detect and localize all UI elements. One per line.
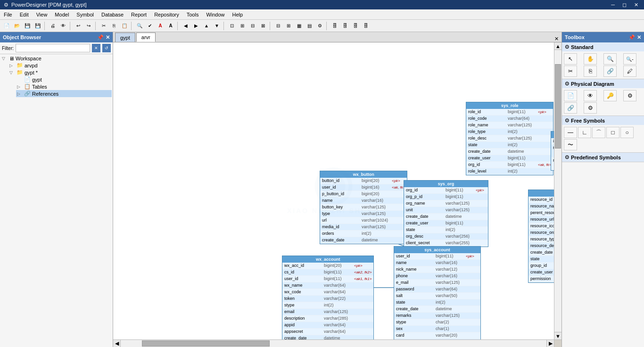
tb-find[interactable]: 🔍 xyxy=(135,21,144,31)
table-sys-resource[interactable]: sys_resource resource_idbigint(11)<pk> r… xyxy=(528,190,554,283)
tb-format-icon[interactable]: 🖊 xyxy=(623,66,636,77)
toolbox-section-physical-header[interactable]: ⊙ Physical Diagram xyxy=(562,79,644,88)
tab-arvr[interactable]: arvr xyxy=(136,33,156,42)
tb-hand-icon[interactable]: ✋ xyxy=(584,53,597,65)
tb-redo[interactable]: ↪ xyxy=(84,21,93,31)
tb-pk-icon[interactable]: ⚙ xyxy=(623,90,636,101)
toolbox-close-icon[interactable]: ✕ xyxy=(637,34,641,41)
menu-symbol[interactable]: Symbol xyxy=(73,11,98,18)
tb-table-icon[interactable]: 📄 xyxy=(564,90,577,101)
close-button[interactable]: ✕ xyxy=(632,2,640,8)
canvas-hscroll[interactable]: ◀ ▶ xyxy=(113,339,561,347)
tb-zoom-fit[interactable]: ⊡ xyxy=(227,21,237,31)
tb-pointer-icon[interactable]: ↖ xyxy=(564,53,577,65)
scroll-left-button[interactable]: ◀ xyxy=(113,340,121,347)
menu-repository[interactable]: Repository xyxy=(150,11,183,18)
tb-cut-icon[interactable]: ✂ xyxy=(564,66,577,77)
tb-print-prev[interactable]: 👁 xyxy=(58,21,68,31)
tb-open[interactable]: 📂 xyxy=(12,21,22,31)
filter-clear-button[interactable]: ✕ xyxy=(92,44,100,52)
tb-zoom-select[interactable]: ⊠ xyxy=(258,21,268,31)
tb-align-3[interactable]: ▦ xyxy=(294,21,304,31)
menu-help[interactable]: Help xyxy=(229,11,247,18)
scroll-thumb-h[interactable] xyxy=(142,340,270,347)
tb-copy[interactable]: ⎘ xyxy=(109,21,119,31)
menu-view[interactable]: View xyxy=(33,11,51,18)
menu-window[interactable]: Window xyxy=(202,11,228,18)
minimize-button[interactable]: ─ xyxy=(609,2,617,8)
title-bar-controls[interactable]: ─ ◻ ✕ xyxy=(609,2,640,8)
diagram-close-icon[interactable]: ✕ xyxy=(554,36,559,42)
menu-tools[interactable]: Tools xyxy=(183,11,203,18)
tb-arrow-d[interactable]: ▼ xyxy=(212,21,222,31)
scroll-right-button[interactable]: ▶ xyxy=(546,340,554,347)
tree-gypt[interactable]: ▽ 📁 gypt * xyxy=(8,69,112,76)
scroll-down-button[interactable]: ▼ xyxy=(554,332,561,339)
tb-ellipse-icon[interactable]: ○ xyxy=(620,127,634,138)
tb-db1[interactable]: 🗄 xyxy=(330,21,339,31)
toolbox-pin-icon[interactable]: 📌 xyxy=(628,34,635,41)
tb-arrow-r[interactable]: ▶ xyxy=(191,21,201,31)
tb-cut[interactable]: ✂ xyxy=(99,21,108,31)
tb-wave-icon[interactable]: 〜 xyxy=(564,139,577,150)
tb-save-all[interactable]: 💾 xyxy=(33,21,42,31)
tree-workspace[interactable]: ▽ 🖥 Workspace xyxy=(1,55,112,62)
tb-paste[interactable]: 📋 xyxy=(120,21,129,31)
toolbox-section-predefined-header[interactable]: ⊙ Predefined Symbols xyxy=(562,153,644,162)
ob-pin-icon[interactable]: 📌 xyxy=(97,34,104,41)
ob-close-icon[interactable]: ✕ xyxy=(106,34,110,41)
tb-undo[interactable]: ↩ xyxy=(74,21,83,31)
tb-rect-icon[interactable]: □ xyxy=(606,127,619,138)
filter-input[interactable] xyxy=(16,44,90,52)
tb-view-icon[interactable]: 👁 xyxy=(584,90,597,101)
tb-copy-icon[interactable]: ⎘ xyxy=(584,66,597,77)
tree-references[interactable]: ▷ 🔗 References xyxy=(16,90,112,97)
toolbox-section-standard-header[interactable]: ⊙ Standard xyxy=(562,42,644,51)
tb-arrow-l[interactable]: ◀ xyxy=(181,21,190,31)
tb-settings[interactable]: ⚙ xyxy=(315,21,324,31)
tb-align-1[interactable]: ⊟ xyxy=(273,21,283,31)
tb-align-2[interactable]: ⊞ xyxy=(284,21,293,31)
scroll-up-button[interactable]: ▲ xyxy=(554,42,561,50)
tb-align-4[interactable]: ▤ xyxy=(305,21,314,31)
table-sys-role[interactable]: sys_role role_idbigint(11)<pk> role_code… xyxy=(466,102,553,175)
filter-refresh-button[interactable]: ↺ xyxy=(102,44,111,52)
menu-report[interactable]: Report xyxy=(127,11,150,18)
tb-key-icon[interactable]: 🔑 xyxy=(603,90,617,101)
tb-zoom-out[interactable]: ⊟ xyxy=(248,21,257,31)
tb-format-a[interactable]: A xyxy=(156,21,165,31)
table-wx-button[interactable]: wx_button button_idbigint(20)<pk> user_i… xyxy=(320,171,407,244)
tb-db3[interactable]: 🗄 xyxy=(351,21,360,31)
table-sys-org[interactable]: sys_org org_idbigint(11)<pk> org_p_idbig… xyxy=(404,180,488,247)
ob-header-right[interactable]: 📌 ✕ xyxy=(97,34,110,41)
menu-edit[interactable]: Edit xyxy=(16,11,33,18)
tb-check[interactable]: ✔ xyxy=(145,21,155,31)
tb-db4[interactable]: 🗄 xyxy=(361,21,371,31)
tb-zoom-in[interactable]: ⊞ xyxy=(238,21,247,31)
table-wx-account[interactable]: wx_account wx_acc_idbigint(20)<pk> cs_id… xyxy=(282,256,374,339)
menu-database[interactable]: Database xyxy=(98,11,127,18)
restore-button[interactable]: ◻ xyxy=(620,2,628,8)
tb-db2[interactable]: 🗄 xyxy=(340,21,350,31)
tb-zoom-in-icon[interactable]: 🔍 xyxy=(603,53,617,65)
table-sys-account[interactable]: sys_account user_idbigint(11)<pk> nameva… xyxy=(394,246,481,339)
tree-gypt-diagram[interactable]: 📄 gypt xyxy=(16,76,112,83)
tb-link-icon[interactable]: 🔗 xyxy=(603,66,617,77)
scroll-thumb-v[interactable] xyxy=(555,64,561,149)
tree-tables[interactable]: ▷ 📋 Tables xyxy=(16,83,112,90)
tb-ref-icon[interactable]: 🔗 xyxy=(564,102,577,114)
tab-gypt[interactable]: gypt xyxy=(115,33,135,42)
menu-file[interactable]: File xyxy=(0,11,16,18)
tb-zoom-out-icon[interactable]: 🔍- xyxy=(623,53,636,65)
tb-curve-icon[interactable]: ⌒ xyxy=(592,127,605,138)
tb-arrow-u[interactable]: ▲ xyxy=(202,21,211,31)
toolbox-section-free-header[interactable]: ⊙ Free Symbols xyxy=(562,116,644,125)
diagram-canvas[interactable]: sys_role role_idbigint(11)<pk> role_code… xyxy=(113,42,554,339)
tb-line-icon[interactable]: — xyxy=(564,127,577,138)
tb-angle-icon[interactable]: ∟ xyxy=(578,127,591,138)
tree-arvpd[interactable]: ▷ 📁 arvpd xyxy=(8,62,112,69)
toolbox-controls[interactable]: 📌 ✕ xyxy=(628,34,641,41)
tb-print[interactable]: 🖨 xyxy=(48,21,58,31)
canvas-vscroll[interactable]: ▲ ▼ xyxy=(554,42,561,339)
tb-new[interactable]: 📄 xyxy=(2,21,11,31)
